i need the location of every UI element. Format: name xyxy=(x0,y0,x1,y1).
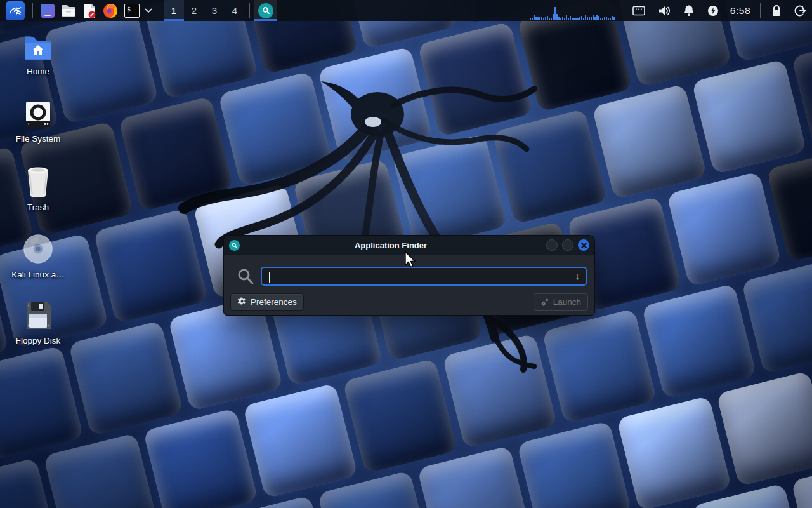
text-editor-launcher[interactable] xyxy=(79,0,100,21)
hard-drive-icon xyxy=(24,100,52,128)
trash-bin-icon xyxy=(25,166,51,197)
desktop-window-icon xyxy=(41,4,55,18)
cpu-graph-monitor[interactable] xyxy=(530,0,617,21)
show-desktop-launcher[interactable] xyxy=(37,0,58,21)
preferences-button[interactable]: Preferences xyxy=(230,293,304,311)
chevron-down-icon xyxy=(145,8,152,13)
panel-separator xyxy=(32,3,33,18)
panel-separator xyxy=(249,3,250,18)
desktop-icon-home[interactable]: Home xyxy=(8,36,69,76)
panel-separator xyxy=(760,3,761,18)
desktop-icon-file-system[interactable]: File System xyxy=(8,100,69,144)
desktop-icon-floppy-disk[interactable]: Floppy Disk xyxy=(8,301,69,345)
window-title: Application Finder xyxy=(240,241,542,250)
history-dropdown-arrow[interactable]: ↓ xyxy=(575,271,580,281)
terminal-launcher[interactable]: $_ xyxy=(121,0,143,21)
mouse-cursor xyxy=(404,251,417,269)
workspace-1[interactable]: 1 xyxy=(164,0,184,21)
workspace-3[interactable]: 3 xyxy=(204,0,225,21)
clock[interactable]: 6:58 xyxy=(725,5,756,17)
close-button[interactable] xyxy=(578,239,589,251)
minimize-button[interactable] xyxy=(546,239,558,251)
terminal-dropdown[interactable] xyxy=(143,0,154,21)
file-manager-launcher[interactable] xyxy=(58,0,79,21)
kali-logo-icon xyxy=(6,1,25,20)
text-caret xyxy=(269,272,270,283)
display-tray-icon[interactable] xyxy=(626,0,652,21)
logout-icon[interactable] xyxy=(788,0,812,21)
floppy-disk-icon xyxy=(24,301,52,330)
notifications-bell-icon[interactable] xyxy=(677,0,701,21)
firefox-launcher[interactable] xyxy=(100,0,121,21)
folder-icon xyxy=(61,4,76,18)
workspace-2[interactable]: 2 xyxy=(184,0,204,21)
optical-disc-icon xyxy=(23,234,53,264)
lock-screen-icon[interactable] xyxy=(765,0,788,21)
panel-separator xyxy=(159,3,159,18)
terminal-icon: $_ xyxy=(124,4,140,18)
home-folder-icon xyxy=(23,36,53,61)
application-finder-window: Application Finder ↓ Preferences xyxy=(223,235,595,316)
desktop-icon-label: Home xyxy=(27,67,49,76)
firefox-icon xyxy=(103,3,118,18)
close-icon xyxy=(581,243,587,248)
preferences-label: Preferences xyxy=(251,297,297,307)
kali-dragon-silhouette xyxy=(159,44,577,400)
desktop-icon-trash[interactable]: Trash xyxy=(8,166,69,212)
taskbar-application-finder[interactable] xyxy=(254,0,277,21)
maximize-button[interactable] xyxy=(562,239,573,251)
launch-gears-icon xyxy=(540,298,549,307)
desktop-icon-label: Trash xyxy=(27,203,49,212)
desktop-icon-kali-cd[interactable]: Kali Linux a… xyxy=(8,234,69,279)
window-icon xyxy=(229,240,240,251)
launch-button[interactable]: Launch xyxy=(534,293,588,311)
workspace-4[interactable]: 4 xyxy=(225,0,245,21)
power-manager-icon[interactable] xyxy=(701,0,725,21)
desktop-icon-label: File System xyxy=(16,134,61,144)
top-panel: $_ 1 2 3 4 xyxy=(0,0,812,21)
desktop-icon-label: Floppy Disk xyxy=(16,336,61,345)
applications-menu-button[interactable] xyxy=(1,0,28,21)
launch-label: Launch xyxy=(553,297,581,307)
application-finder-icon xyxy=(258,3,273,18)
volume-tray-icon[interactable] xyxy=(652,0,677,21)
gear-icon xyxy=(237,297,247,307)
text-editor-icon xyxy=(82,3,96,18)
search-text-field[interactable] xyxy=(262,268,586,284)
search-input[interactable]: ↓ xyxy=(261,267,587,286)
desktop-icon-label: Kali Linux a… xyxy=(11,270,64,279)
search-icon xyxy=(237,267,254,285)
